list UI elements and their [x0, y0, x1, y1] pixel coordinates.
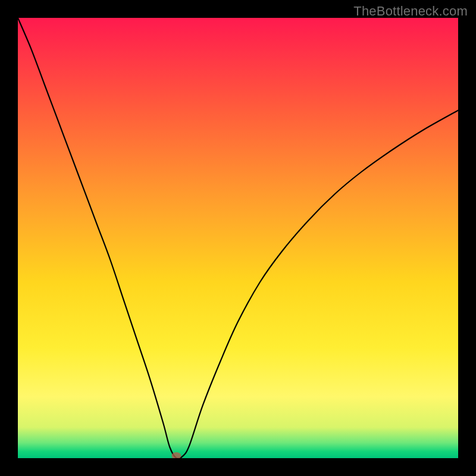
chart-frame: TheBottleneck.com [0, 0, 476, 476]
plot-area [18, 18, 458, 458]
chart-svg [18, 18, 458, 458]
gradient-rect [18, 18, 458, 458]
watermark-text: TheBottleneck.com [353, 4, 468, 19]
